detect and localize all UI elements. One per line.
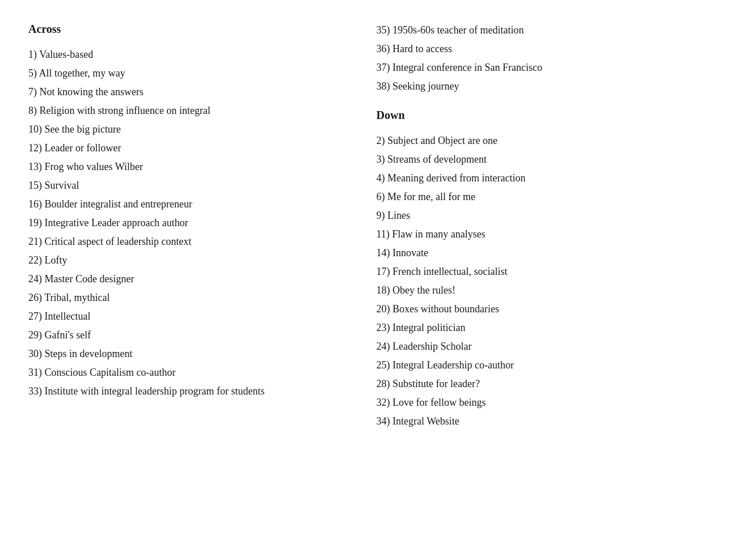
clue-item: 31) Conscious Capitalism co-author <box>28 365 354 380</box>
clue-item: 38) Seeking journey <box>377 79 702 94</box>
down-title: Down <box>377 109 702 122</box>
clue-item: 20) Boxes without boundaries <box>377 302 702 317</box>
clue-item: 30) Steps in development <box>28 346 354 362</box>
clue-item: 15) Survival <box>28 178 354 193</box>
clue-item: 13) Frog who values Wilber <box>28 159 354 175</box>
clue-item: 27) Intellectual <box>28 309 354 324</box>
clue-item: 12) Leader or follower <box>28 141 354 156</box>
clue-item: 5) All together, my way <box>28 66 354 81</box>
clue-item: 7) Not knowing the answers <box>28 84 354 100</box>
clue-item: 36) Hard to access <box>377 41 702 57</box>
clue-item: 22) Lofty <box>28 253 354 268</box>
clue-item: 3) Streams of development <box>377 152 702 167</box>
left-column: Across 1) Values-based5) All together, m… <box>28 23 354 432</box>
clue-item: 10) See the big picture <box>28 122 354 137</box>
clue-item: 28) Substitute for leader? <box>377 376 702 392</box>
clue-item: 17) French intellectual, socialist <box>377 264 702 279</box>
clue-item: 35) 1950s-60s teacher of meditation <box>377 23 702 38</box>
clue-item: 11) Flaw in many analyses <box>377 227 702 242</box>
clue-item: 37) Integral conference in San Francisco <box>377 60 702 75</box>
clue-item: 21) Critical aspect of leadership contex… <box>28 234 354 249</box>
clue-item: 24) Master Code designer <box>28 271 354 287</box>
clue-item: 33) Institute with integral leadership p… <box>28 384 354 399</box>
spacer <box>377 97 702 109</box>
right-column: 35) 1950s-60s teacher of meditation36) H… <box>377 23 702 432</box>
clue-item: 18) Obey the rules! <box>377 283 702 298</box>
clue-item: 29) Gafni's self <box>28 328 354 343</box>
main-content: Across 1) Values-based5) All together, m… <box>28 23 702 432</box>
clue-item: 24) Leadership Scholar <box>377 339 702 354</box>
clue-item: 34) Integral Website <box>377 414 702 429</box>
clue-item: 2) Subject and Object are one <box>377 133 702 149</box>
across-clues-list: 1) Values-based5) All together, my way7)… <box>28 47 354 402</box>
across-title: Across <box>28 23 354 36</box>
right-across-clues-list: 35) 1950s-60s teacher of meditation36) H… <box>377 23 702 97</box>
clue-item: 8) Religion with strong influence on int… <box>28 103 354 118</box>
clue-item: 1) Values-based <box>28 47 354 62</box>
clue-item: 26) Tribal, mythical <box>28 290 354 306</box>
clue-item: 4) Meaning derived from interaction <box>377 171 702 186</box>
clue-item: 16) Boulder integralist and entrepreneur <box>28 197 354 212</box>
clue-item: 25) Integral Leadership co-author <box>377 358 702 373</box>
clue-item: 9) Lines <box>377 208 702 223</box>
clue-item: 23) Integral politician <box>377 320 702 336</box>
down-clues-list: 2) Subject and Object are one3) Streams … <box>377 133 702 432</box>
clue-item: 14) Innovate <box>377 245 702 261</box>
clue-item: 32) Love for fellow beings <box>377 395 702 410</box>
clue-item: 6) Me for me, all for me <box>377 189 702 205</box>
clue-item: 19) Integrative Leader approach author <box>28 215 354 231</box>
